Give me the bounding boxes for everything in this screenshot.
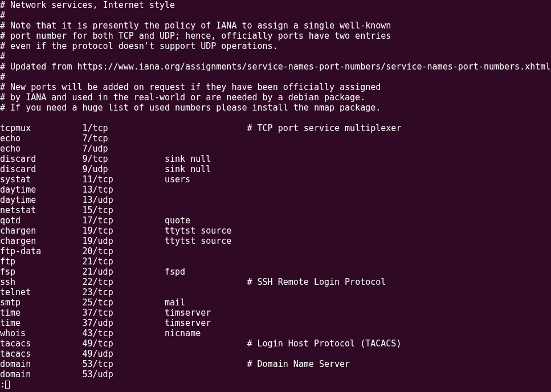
service-port: 13/udp (83, 195, 165, 205)
service-entry: time 37/udp timserver (0, 318, 551, 328)
service-entry: daytime 13/udp (0, 195, 551, 205)
service-entry: domain 53/udp (0, 369, 551, 379)
service-entry: echo 7/tcp (0, 133, 551, 144)
comment-line: # Network services, Internet style (0, 0, 551, 10)
service-port: 9/udp (83, 164, 165, 174)
service-aliases: sink null (165, 164, 247, 174)
service-name: qotd (0, 215, 83, 226)
service-aliases: timserver (165, 308, 247, 318)
comment-line (0, 113, 551, 123)
service-name: echo (0, 133, 83, 144)
service-entry: ftp-data 20/tcp (0, 246, 551, 256)
service-aliases (165, 349, 247, 359)
service-aliases (165, 338, 247, 349)
comment-line: # port number for both TCP and UDP; henc… (0, 31, 551, 41)
service-name: fsp (0, 267, 83, 277)
service-name: systat (0, 174, 83, 185)
service-entry: tcpmux 1/tcp # TCP port service multiple… (0, 123, 551, 133)
comment-line: # (0, 72, 551, 82)
service-port: 49/udp (83, 349, 165, 359)
service-aliases (165, 277, 247, 287)
service-aliases: sink null (165, 154, 247, 164)
service-port: 7/tcp (83, 133, 165, 144)
comment-line: # even if the protocol doesn't support U… (0, 41, 551, 51)
service-name: echo (0, 144, 83, 154)
service-name: ssh (0, 277, 83, 287)
service-aliases: nicname (165, 328, 247, 338)
service-name: chargen (0, 226, 83, 236)
service-aliases (165, 246, 247, 256)
service-entry: systat 11/tcp users (0, 174, 551, 185)
service-entry: telnet 23/tcp (0, 287, 551, 297)
service-aliases (165, 359, 247, 369)
service-entry: chargen 19/udp ttytst source (0, 236, 551, 246)
service-name: ftp (0, 256, 83, 267)
service-name: domain (0, 369, 83, 379)
service-aliases (165, 185, 247, 195)
service-name: discard (0, 164, 83, 174)
service-port: 53/udp (83, 369, 165, 379)
service-comment: # Domain Name Server (247, 359, 350, 369)
service-port: 37/tcp (83, 308, 165, 318)
service-aliases (165, 256, 247, 267)
comment-line: # (0, 10, 551, 21)
service-aliases: fspd (165, 267, 247, 277)
service-aliases (165, 123, 247, 133)
pager-prompt-line[interactable]: : (0, 379, 551, 390)
service-aliases (165, 205, 247, 215)
service-aliases (165, 369, 247, 379)
service-aliases: quote (165, 215, 247, 226)
service-name: telnet (0, 287, 83, 297)
service-port: 23/tcp (83, 287, 165, 297)
comment-line: # Updated from https://www.iana.org/assi… (0, 62, 551, 72)
service-aliases: users (165, 174, 247, 185)
service-name: time (0, 318, 83, 328)
service-aliases: timserver (165, 318, 247, 328)
service-port: 21/tcp (83, 256, 165, 267)
service-aliases (165, 133, 247, 144)
service-entry: qotd 17/tcp quote (0, 215, 551, 226)
service-name: discard (0, 154, 83, 164)
service-name: chargen (0, 236, 83, 246)
service-entry: netstat 15/tcp (0, 205, 551, 215)
service-port: 21/udp (83, 267, 165, 277)
service-entry: domain 53/tcp # Domain Name Server (0, 359, 551, 369)
service-name: tacacs (0, 349, 83, 359)
service-port: 9/tcp (83, 154, 165, 164)
service-name: ftp-data (0, 246, 83, 256)
pager-prompt[interactable]: : (0, 379, 5, 390)
service-port: 22/tcp (83, 277, 165, 287)
comment-line: # If you need a huge list of used number… (0, 103, 551, 113)
service-aliases (165, 195, 247, 205)
service-port: 49/tcp (83, 338, 165, 349)
service-entry: daytime 13/tcp (0, 185, 551, 195)
service-name: daytime (0, 195, 83, 205)
service-entry: discard 9/udp sink null (0, 164, 551, 174)
service-entry: tacacs 49/tcp # Login Host Protocol (TAC… (0, 338, 551, 349)
service-port: 20/tcp (83, 246, 165, 256)
service-port: 25/tcp (83, 297, 165, 308)
service-comment: # Login Host Protocol (TACACS) (247, 338, 402, 349)
service-entry: tacacs 49/udp (0, 349, 551, 359)
service-port: 15/tcp (83, 205, 165, 215)
service-aliases (165, 287, 247, 297)
cursor (5, 381, 10, 389)
service-port: 1/tcp (83, 123, 165, 133)
service-port: 53/tcp (83, 359, 165, 369)
service-name: tcpmux (0, 123, 83, 133)
service-aliases (165, 144, 247, 154)
service-name: smtp (0, 297, 83, 308)
service-comment: # TCP port service multiplexer (247, 123, 402, 133)
service-aliases: ttytst source (165, 226, 247, 236)
service-aliases: ttytst source (165, 236, 247, 246)
terminal-pager-view[interactable]: # Network services, Internet style## Not… (0, 0, 551, 390)
service-entry: ssh 22/tcp # SSH Remote Login Protocol (0, 277, 551, 287)
service-name: daytime (0, 185, 83, 195)
service-port: 17/tcp (83, 215, 165, 226)
service-name: time (0, 308, 83, 318)
service-port: 11/tcp (83, 174, 165, 185)
service-port: 19/udp (83, 236, 165, 246)
service-name: whois (0, 328, 83, 338)
comment-line: # by IANA and used in the real-world or … (0, 92, 551, 103)
service-name: netstat (0, 205, 83, 215)
